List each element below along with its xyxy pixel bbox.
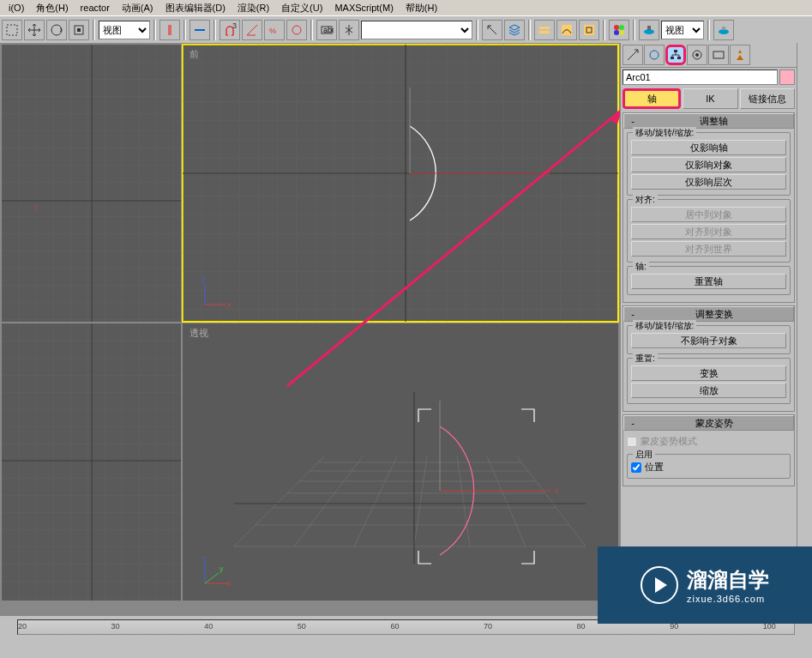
layers-icon[interactable] [504, 20, 525, 40]
separator [93, 20, 95, 40]
svg-line-48 [354, 456, 397, 546]
percent-snap-icon[interactable]: % [264, 20, 285, 40]
align-to-object-button[interactable]: 对齐到对象 [631, 224, 786, 239]
panel-scrollbar[interactable] [797, 43, 812, 615]
svg-text:y: y [220, 564, 224, 573]
svg-text:z: z [201, 277, 206, 284]
svg-point-17 [614, 30, 619, 35]
display-tab-icon[interactable] [708, 45, 729, 65]
dont-affect-children-button[interactable]: 不影响子对象 [631, 333, 786, 348]
named-sel-icon[interactable]: abc [316, 20, 337, 40]
label: 蒙皮姿势模式 [641, 435, 697, 448]
material-editor-icon[interactable] [609, 20, 629, 40]
utilities-tab-icon[interactable] [730, 45, 750, 65]
tab-axis[interactable]: 轴 [623, 88, 681, 109]
modify-tab-icon[interactable] [644, 45, 665, 65]
object-color-swatch[interactable] [779, 69, 795, 85]
svg-point-16 [619, 25, 624, 30]
separator [214, 20, 216, 40]
main-toolbar: 视图 3 % abc 视图 [0, 15, 812, 43]
svg-text:%: % [269, 27, 276, 35]
svg-rect-4 [168, 25, 171, 35]
create-tab-icon[interactable] [623, 45, 643, 65]
menu-item[interactable]: 图表编辑器(D) [160, 0, 231, 16]
separator [528, 20, 531, 40]
object-name-input[interactable] [623, 69, 778, 85]
svg-point-15 [614, 25, 619, 30]
move-icon[interactable] [24, 20, 45, 40]
viewport-bottom-left[interactable] [2, 323, 181, 601]
select-region-icon[interactable] [2, 20, 22, 40]
svg-line-51 [487, 456, 526, 546]
viewport-label: 透视 [189, 327, 208, 340]
viewport-perspective[interactable]: 透视 [183, 323, 618, 601]
position-checkbox[interactable] [631, 462, 641, 473]
reset-transform-button[interactable]: 变换 [631, 365, 786, 381]
angle-snap-icon[interactable] [242, 20, 262, 40]
group-label: 移动/旋转/缩放: [633, 127, 696, 139]
tick: 40 [204, 622, 213, 631]
separator [603, 20, 605, 40]
scale-icon[interactable] [69, 20, 89, 40]
affect-pivot-button[interactable]: 仅影响轴 [631, 140, 786, 155]
affect-object-button[interactable]: 仅影响对象 [631, 157, 786, 172]
watermark-text: 溜溜自学 [687, 566, 769, 594]
menu-item[interactable]: 自定义(U) [276, 0, 328, 16]
separator [310, 20, 313, 40]
rotate-icon[interactable] [46, 20, 67, 40]
mirror-icon[interactable] [339, 20, 359, 40]
watermark: 溜溜自学 zixue.3d66.com [598, 546, 812, 624]
viewport-front[interactable]: 前 x x z [183, 45, 618, 322]
spinner-snap-icon[interactable] [286, 20, 307, 40]
svg-rect-68 [677, 57, 681, 59]
menu-item[interactable]: MAXScript(M) [329, 1, 398, 15]
menu-item[interactable]: 渲染(R) [232, 0, 274, 16]
hierarchy-tab-icon[interactable] [665, 45, 686, 65]
align-to-world-button[interactable]: 对齐到世界 [631, 241, 786, 257]
menu-item[interactable]: i(O) [3, 1, 29, 15]
axis-gizmo-icon: x z y [198, 556, 232, 590]
menu-item[interactable]: 帮助(H) [400, 0, 442, 16]
reset-pivot-button[interactable]: 重置轴 [631, 274, 786, 289]
motion-tab-icon[interactable] [687, 45, 707, 65]
align-icon[interactable] [482, 20, 502, 40]
reset-scale-button[interactable]: 缩放 [631, 383, 786, 398]
rollout-header[interactable]: - 蒙皮姿势 [623, 415, 794, 431]
tab-ik[interactable]: IK [683, 88, 737, 109]
tab-link-info[interactable]: 链接信息 [740, 88, 795, 109]
group-label: 启用 [633, 449, 655, 461]
main-area: x 前 x x z [0, 43, 812, 615]
render-view-select[interactable]: 视图 [661, 21, 704, 39]
skin-pose-mode-checkbox[interactable] [627, 437, 637, 447]
menu-item[interactable]: reactor [75, 1, 115, 15]
group-label: 轴: [633, 261, 649, 273]
render-setup-icon[interactable] [639, 20, 659, 40]
viewport-top-left[interactable]: x [2, 45, 181, 322]
svg-text:3: 3 [232, 23, 237, 30]
curve-editor-icon[interactable] [556, 20, 577, 40]
svg-line-49 [414, 456, 427, 546]
group-label: 重置: [633, 353, 658, 365]
menu-item[interactable]: 动画(A) [117, 0, 159, 16]
selection-set-select[interactable] [361, 21, 472, 39]
select-filter-icon[interactable] [189, 20, 210, 40]
render-icon[interactable] [713, 20, 734, 40]
pivot-icon[interactable] [159, 20, 180, 40]
affect-hierarchy-button[interactable]: 仅影响层次 [631, 174, 786, 190]
separator [476, 20, 478, 40]
svg-rect-66 [674, 50, 677, 52]
tick: 20 [18, 622, 27, 631]
svg-point-18 [619, 30, 624, 35]
center-to-object-button[interactable]: 居中到对象 [631, 207, 786, 222]
coord-system-select[interactable]: 视图 [99, 21, 150, 39]
svg-line-62 [205, 573, 219, 583]
snap-icon[interactable]: 3 [220, 20, 240, 40]
menu-item[interactable]: 角色(H) [31, 0, 73, 16]
separator [707, 20, 710, 40]
schematic-icon[interactable] [579, 20, 599, 40]
group-label: 对齐: [633, 194, 658, 206]
layer-manager-icon[interactable] [534, 20, 555, 40]
group-label: 移动/旋转/缩放: [633, 320, 696, 332]
svg-rect-20 [647, 26, 651, 30]
watermark-url: zixue.3d66.com [687, 594, 769, 604]
